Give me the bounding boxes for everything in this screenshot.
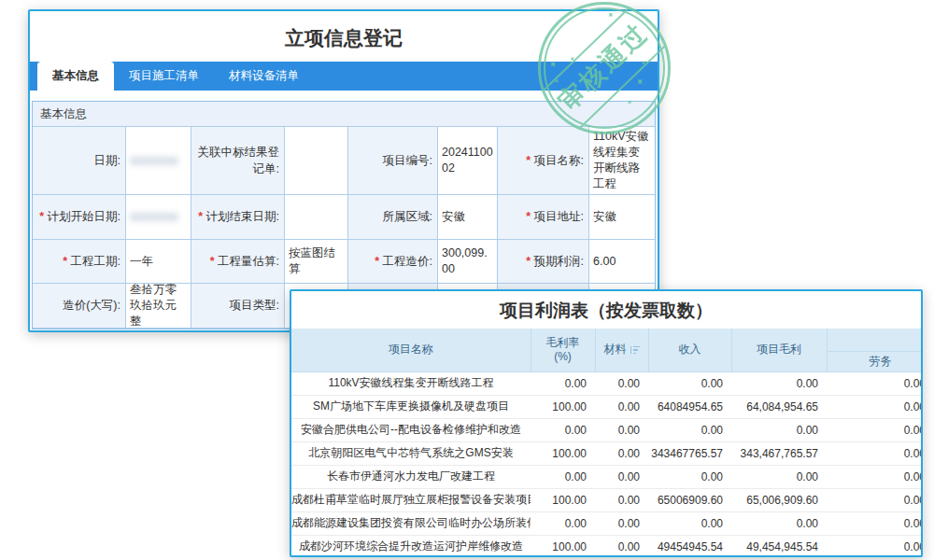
field-label-project-name: 项目名称:: [498, 127, 589, 195]
table-row: 长春市伊通河水力发电厂改建工程 0.00 0.00 0.00 0.00 0.00: [291, 465, 923, 488]
material-value[interactable]: 0.00: [595, 418, 648, 441]
gross-profit-value: 49,454,945.54: [731, 535, 827, 557]
tab-basic-info[interactable]: 基本信息: [37, 62, 114, 91]
income-value[interactable]: 0.00: [648, 511, 731, 535]
column-header-gross-margin: 毛利率 (%): [531, 329, 595, 371]
column-header-material: 材料: [595, 329, 648, 371]
field-value-project-number: 2024110002: [438, 127, 498, 195]
project-name-link[interactable]: 110kV安徽线程集变开断线路工程: [291, 371, 531, 395]
labor-value[interactable]: 0.00: [827, 371, 923, 395]
tab-construction-list[interactable]: 项目施工清单: [114, 62, 214, 91]
tab-material-equipment-list[interactable]: 材料设备清单: [214, 62, 314, 91]
page: 立项信息登记 基本信息 项目施工清单 材料设备清单 基本信息 日期: 关联中标结…: [0, 0, 934, 560]
field-value-region: 安徽: [438, 195, 498, 240]
project-name-link[interactable]: 北京朝阳区电气中芯特气系统之GMS安装: [291, 441, 531, 465]
gross-margin-value: 0.00: [531, 465, 595, 488]
column-header-income: 收入: [648, 329, 731, 371]
gross-margin-value: 100.00: [531, 488, 595, 511]
project-name-link[interactable]: 安徽合肥供电公司--配电设备检修维护和改造: [291, 418, 531, 441]
field-label-plan-start-date: 计划开始日期:: [33, 195, 126, 240]
gross-margin-value: 100.00: [531, 395, 595, 418]
field-value-plan-end-date: [285, 195, 348, 240]
page-title: 立项信息登记: [30, 11, 658, 62]
profit-table-title: 项目利润表（按发票取数）: [291, 291, 921, 329]
income-value[interactable]: 65006909.60: [648, 488, 731, 511]
material-value[interactable]: 0.00: [595, 395, 648, 418]
table-row: 北京朝阳区电气中芯特气系统之GMS安装 100.00 0.00 34346776…: [291, 441, 923, 465]
field-value-expected-profit: 6.00: [589, 240, 655, 284]
table-row: SM广场地下车库更换摄像机及硬盘项目 100.00 0.00 64084954.…: [291, 395, 923, 418]
column-header-labor: 劳务: [827, 351, 923, 371]
material-value[interactable]: 0.00: [595, 488, 648, 511]
table-row: 成都能源建设集团投资有限公司临时办公场所装修改造 0.00 0.00 0.00 …: [291, 511, 923, 535]
labor-value[interactable]: 0.00: [827, 465, 923, 488]
field-label-project-cost: 工程造价:: [348, 240, 438, 284]
column-header-project-gross-profit: 项目毛利: [731, 329, 827, 371]
field-label-project-duration: 工程工期:: [33, 240, 126, 284]
field-value-project-name: 110kV安徽线程集变开断线路工程: [589, 127, 655, 195]
project-name-link[interactable]: 成都能源建设集团投资有限公司临时办公场所装修改造: [291, 511, 531, 535]
material-value[interactable]: 0.00: [595, 465, 648, 488]
table-row: 成都沙河环境综合提升改造运河护岸维修改造 100.00 0.00 4945494…: [291, 535, 923, 557]
income-value[interactable]: 49454945.54: [648, 535, 731, 557]
project-name-link[interactable]: 成都杜甫草堂临时展厅独立展柜报警设备安装项目: [291, 488, 531, 511]
gross-profit-value: 0.00: [731, 465, 827, 488]
gross-profit-value: 343,467,765.57: [731, 441, 827, 465]
field-label-project-type: 项目类型:: [191, 284, 285, 329]
table-row: 安徽合肥供电公司--配电设备检修维护和改造 0.00 0.00 0.00 0.0…: [291, 418, 923, 441]
gross-profit-value: 0.00: [731, 511, 827, 535]
gross-margin-value: 0.00: [531, 511, 595, 535]
field-value-project-address: 安徽: [589, 195, 655, 240]
labor-value[interactable]: 0.00: [827, 418, 923, 441]
material-value[interactable]: 0.00: [595, 371, 648, 395]
income-value[interactable]: 64084954.65: [648, 395, 731, 418]
income-value[interactable]: 0.00: [648, 418, 731, 441]
project-name-link[interactable]: 成都沙河环境综合提升改造运河护岸维修改造: [291, 535, 531, 557]
field-label-cost-in-words: 造价(大写):: [33, 284, 126, 329]
field-label-project-number: 项目编号:: [348, 127, 438, 195]
labor-value[interactable]: 0.00: [827, 511, 923, 535]
labor-value[interactable]: 0.00: [827, 441, 923, 465]
tab-bar: 基本信息 项目施工清单 材料设备清单: [30, 62, 658, 91]
labor-value[interactable]: 0.00: [827, 395, 923, 418]
field-value-linked-bid-result: [285, 127, 348, 195]
labor-value[interactable]: 0.00: [827, 488, 923, 511]
material-value[interactable]: 0.00: [595, 511, 648, 535]
table-row: 成都杜甫草堂临时展厅独立展柜报警设备安装项目 100.00 0.00 65006…: [291, 488, 923, 511]
gross-margin-value: 100.00: [531, 441, 595, 465]
field-label-project-address: 项目地址:: [498, 195, 589, 240]
field-label-plan-end-date: 计划结束日期:: [191, 195, 285, 240]
income-value[interactable]: 343467765.57: [648, 441, 731, 465]
gross-profit-value: 0.00: [731, 418, 827, 441]
sort-icon[interactable]: [630, 345, 640, 355]
column-header-project-name: 项目名称: [291, 329, 531, 371]
profit-table-panel: 项目利润表（按发票取数） 项目名称 毛利率 (%) 材料 收入 项目毛利: [290, 289, 923, 557]
income-value[interactable]: 0.00: [648, 465, 731, 488]
material-value[interactable]: 0.00: [595, 441, 648, 465]
field-value-date: [126, 127, 191, 195]
profit-table: 项目名称 毛利率 (%) 材料 收入 项目毛利 劳务 110kV安徽线程集变开断…: [291, 329, 923, 557]
field-label-region: 所属区域:: [348, 195, 438, 240]
material-value[interactable]: 0.00: [595, 535, 648, 557]
section-header: 基本信息: [33, 102, 655, 127]
registration-form-panel: 立项信息登记 基本信息 项目施工清单 材料设备清单 基本信息 日期: 关联中标结…: [28, 9, 659, 332]
project-name-link[interactable]: 长春市伊通河水力发电厂改建工程: [291, 465, 531, 488]
gross-margin-value: 0.00: [531, 371, 595, 395]
field-label-date: 日期:: [33, 127, 126, 195]
column-header-group-empty: [827, 329, 923, 351]
gross-margin-value: 100.00: [531, 535, 595, 557]
gross-margin-value: 0.00: [531, 418, 595, 441]
gross-profit-value: 65,006,909.60: [731, 488, 827, 511]
field-value-quantity-estimate: 按蓝图结算: [285, 240, 348, 284]
labor-value[interactable]: 0.00: [827, 535, 923, 557]
field-value-project-cost: 300,099.00: [438, 240, 498, 284]
field-label-quantity-estimate: 工程量估算:: [191, 240, 285, 284]
field-value-project-duration: 一年: [126, 240, 191, 284]
field-value-cost-in-words: 叁拾万零玖拾玖元整: [126, 284, 191, 329]
column-header-material-label: 材料: [604, 342, 627, 357]
project-name-link[interactable]: SM广场地下车库更换摄像机及硬盘项目: [291, 395, 531, 418]
income-value[interactable]: 0.00: [648, 371, 731, 395]
field-label-linked-bid-result: 关联中标结果登记单:: [191, 127, 285, 195]
gross-profit-value: 0.00: [731, 371, 827, 395]
field-label-expected-profit: 预期利润:: [498, 240, 589, 284]
